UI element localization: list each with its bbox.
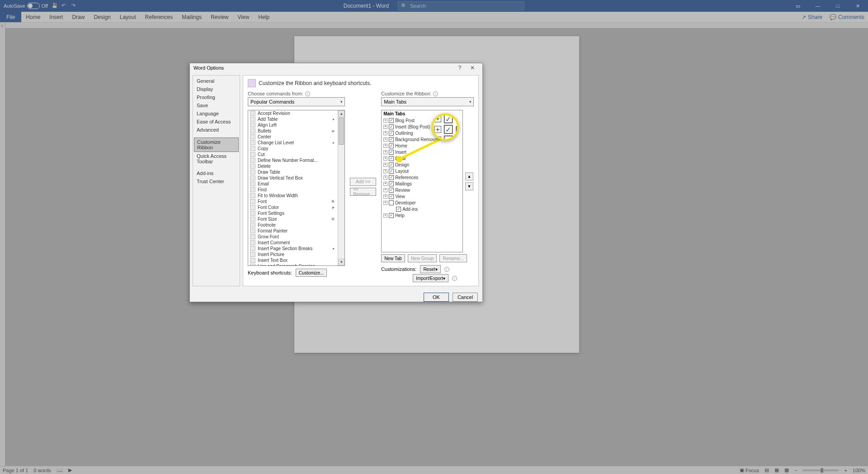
- command-item[interactable]: Define New Number Format...: [248, 157, 344, 163]
- checkbox[interactable]: ✓: [389, 175, 394, 180]
- checkbox[interactable]: ✓: [389, 194, 394, 199]
- expand-icon[interactable]: +: [383, 156, 387, 161]
- info-icon[interactable]: i: [433, 91, 438, 96]
- ok-button[interactable]: OK: [424, 293, 449, 302]
- choose-commands-dropdown[interactable]: Popular Commands: [248, 97, 345, 106]
- checkbox[interactable]: ✓: [389, 143, 394, 148]
- tree-item[interactable]: ✓Add-ins: [382, 206, 462, 212]
- checkbox[interactable]: ✓: [396, 207, 401, 212]
- command-item[interactable]: Email: [248, 181, 344, 187]
- checkbox[interactable]: [389, 200, 394, 205]
- command-item[interactable]: Font Color|▸: [248, 204, 344, 210]
- command-item[interactable]: Find: [248, 187, 344, 193]
- tree-item[interactable]: +Developer: [382, 199, 462, 206]
- expand-icon[interactable]: +: [383, 194, 387, 199]
- command-item[interactable]: Insert Comment: [248, 240, 344, 246]
- new-group-button[interactable]: New Group: [408, 254, 437, 262]
- tree-item[interactable]: +✓Mailings: [382, 180, 462, 187]
- customize-keyboard-button[interactable]: Customize...: [296, 269, 327, 277]
- expand-icon[interactable]: +: [383, 137, 387, 142]
- expand-icon[interactable]: +: [383, 163, 387, 167]
- command-item[interactable]: Bullets|▸: [248, 128, 344, 134]
- tree-item[interactable]: +✓Help: [382, 212, 462, 218]
- expand-icon[interactable]: +: [383, 125, 387, 129]
- command-item[interactable]: Cut: [248, 152, 344, 157]
- checkbox[interactable]: ✓: [389, 188, 394, 193]
- expand-icon[interactable]: +: [383, 144, 387, 148]
- info-icon[interactable]: i: [452, 276, 457, 281]
- expand-icon[interactable]: +: [383, 201, 387, 205]
- command-item[interactable]: Copy: [248, 146, 344, 152]
- expand-icon[interactable]: +: [383, 150, 387, 154]
- tree-item[interactable]: +✓View: [382, 193, 462, 199]
- nav-addins[interactable]: Add-ins: [194, 169, 239, 177]
- command-item[interactable]: Font⊞: [248, 199, 344, 204]
- command-item[interactable]: Insert Text Box: [248, 257, 344, 263]
- move-up-button[interactable]: ▲: [465, 172, 473, 180]
- command-item[interactable]: Insert Page Section Breaks▸: [248, 246, 344, 251]
- expand-icon[interactable]: +: [383, 175, 387, 180]
- move-down-button[interactable]: ▼: [465, 182, 473, 190]
- nav-proofing[interactable]: Proofing: [194, 93, 239, 101]
- checkbox[interactable]: ✓: [389, 213, 394, 218]
- command-item[interactable]: Format Painter: [248, 228, 344, 234]
- command-item[interactable]: Draw Vertical Text Box: [248, 175, 344, 181]
- dialog-close-icon[interactable]: ✕: [466, 63, 479, 72]
- expand-icon[interactable]: +: [383, 118, 387, 123]
- rename-button[interactable]: Rename...: [439, 254, 467, 262]
- import-export-button[interactable]: Import/Export ▾: [413, 274, 448, 282]
- info-icon[interactable]: i: [444, 267, 449, 272]
- nav-advanced[interactable]: Advanced: [194, 126, 239, 134]
- command-item[interactable]: Font Settings: [248, 210, 344, 216]
- command-item[interactable]: Accept Revision: [248, 110, 344, 116]
- nav-ease-of-access[interactable]: Ease of Access: [194, 118, 239, 126]
- nav-display[interactable]: Display: [194, 85, 239, 93]
- commands-scrollbar[interactable]: ▲ ▼: [338, 110, 344, 265]
- nav-customize-ribbon[interactable]: Customize Ribbon: [194, 137, 239, 152]
- add-button[interactable]: Add >>: [350, 178, 376, 186]
- expand-icon[interactable]: +: [383, 131, 387, 135]
- remove-button[interactable]: << Remove: [350, 188, 376, 196]
- customize-ribbon-dropdown[interactable]: Main Tabs: [381, 97, 474, 106]
- scroll-up-icon[interactable]: ▲: [338, 110, 344, 117]
- checkbox[interactable]: ✓: [389, 156, 394, 161]
- command-item[interactable]: Draw Table: [248, 169, 344, 175]
- command-item[interactable]: Footnote: [248, 222, 344, 228]
- checkbox[interactable]: ✓: [389, 118, 394, 123]
- checkbox[interactable]: ✓: [389, 131, 394, 136]
- expand-icon[interactable]: +: [383, 169, 387, 173]
- checkbox[interactable]: ✓: [389, 124, 394, 129]
- scroll-down-icon[interactable]: ▼: [338, 259, 344, 265]
- expand-icon[interactable]: +: [383, 213, 387, 218]
- checkbox[interactable]: ✓: [389, 150, 394, 155]
- tree-item[interactable]: +✓Design: [382, 161, 462, 168]
- new-tab-button[interactable]: New Tab: [381, 254, 405, 262]
- expand-icon[interactable]: +: [383, 188, 387, 192]
- tree-item[interactable]: +✓References: [382, 174, 462, 180]
- tree-item[interactable]: +✓Layout: [382, 168, 462, 174]
- command-item[interactable]: Font Size⊞: [248, 216, 344, 222]
- nav-trust-center[interactable]: Trust Center: [194, 177, 239, 185]
- tree-item[interactable]: +✓Review: [382, 187, 462, 193]
- command-item[interactable]: Delete: [248, 163, 344, 169]
- command-item[interactable]: Grow Font: [248, 234, 344, 240]
- checkbox[interactable]: ✓: [389, 162, 394, 167]
- checkbox[interactable]: ✓: [389, 181, 394, 186]
- command-item[interactable]: Center: [248, 134, 344, 140]
- checkbox[interactable]: ✓: [389, 137, 394, 142]
- nav-language[interactable]: Language: [194, 109, 239, 118]
- nav-save[interactable]: Save: [194, 101, 239, 109]
- nav-quick-access[interactable]: Quick Access Toolbar: [194, 152, 239, 166]
- command-item[interactable]: Fit to Window Width: [248, 193, 344, 199]
- reset-button[interactable]: Reset ▾: [420, 265, 440, 273]
- cancel-button[interactable]: Cancel: [453, 293, 478, 302]
- commands-listbox[interactable]: Accept RevisionAdd Table▸Align LeftBulle…: [248, 110, 345, 266]
- nav-general[interactable]: General: [194, 77, 239, 85]
- help-icon[interactable]: ?: [453, 63, 466, 72]
- scroll-thumb[interactable]: [339, 118, 344, 145]
- command-item[interactable]: Insert Picture: [248, 251, 344, 257]
- command-item[interactable]: Align Left: [248, 122, 344, 128]
- command-item[interactable]: Add Table▸: [248, 116, 344, 122]
- command-item[interactable]: Change List Level▸: [248, 140, 344, 146]
- expand-icon[interactable]: +: [383, 182, 387, 186]
